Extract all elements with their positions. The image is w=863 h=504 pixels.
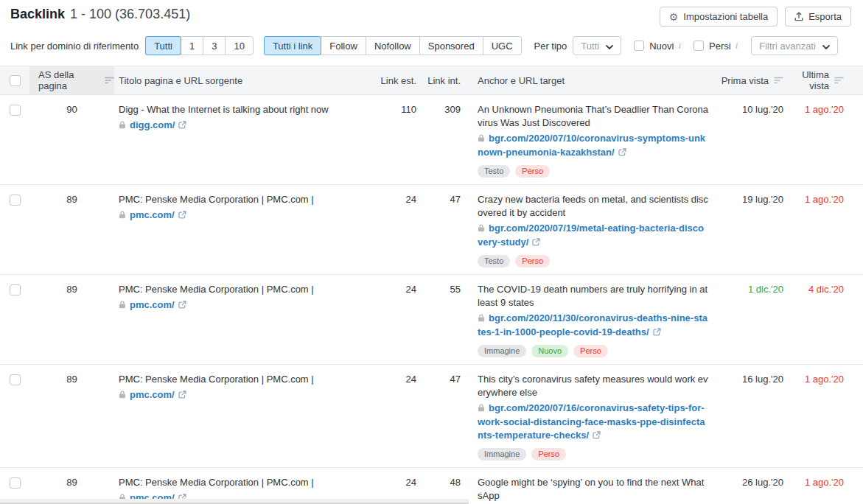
- badge-nuovo: Nuovo: [531, 345, 568, 357]
- domain-filter-10[interactable]: 10: [225, 36, 253, 55]
- link-type-filter-tutti-i-link[interactable]: Tutti i link: [264, 36, 321, 55]
- info-icon-new[interactable]: i: [678, 40, 681, 52]
- source-url-link[interactable]: digg.com/: [130, 119, 175, 130]
- domain-filter-1[interactable]: 1: [181, 36, 203, 55]
- col-header-last-seen: Ultima vista: [785, 69, 829, 91]
- source-url-line: pmc.com/: [119, 209, 368, 223]
- external-link-icon[interactable]: [178, 210, 186, 221]
- lock-icon: [119, 300, 126, 311]
- lock-icon: [478, 313, 485, 324]
- link-type-filter-sponsored[interactable]: Sponsored: [419, 36, 483, 55]
- first-seen-date: 26 lug.'20: [719, 476, 785, 489]
- table-body: 90 Digg - What the Internet is talking a…: [0, 95, 863, 504]
- badge-list: ImmaginePerso: [478, 448, 708, 461]
- anchor-text: Google might be ‘spying’ on you to find …: [478, 476, 708, 503]
- row-checkbox[interactable]: [10, 374, 21, 385]
- external-link-icon[interactable]: [653, 327, 661, 338]
- target-url-line: bgr.com/2020/07/19/metal-eating-bacteria…: [478, 222, 708, 250]
- badge-testo: Testo: [478, 255, 510, 267]
- title-wrap: Backlink 1 - 100 (36.703.451): [10, 7, 190, 22]
- page-title: Backlink: [10, 7, 65, 22]
- internal-links-count: 55: [424, 283, 468, 296]
- last-seen-date: 1 ago.'20: [785, 103, 851, 116]
- anchor-text: The COVID-19 death numbers are truly hor…: [478, 283, 708, 309]
- external-link-icon[interactable]: [532, 237, 540, 248]
- external-link-icon[interactable]: [618, 147, 626, 158]
- target-url-link[interactable]: bgr.com/2020/07/16/coronavirus-safety-ti…: [478, 402, 705, 441]
- internal-links-count: 47: [424, 373, 468, 386]
- domain-filter-3[interactable]: 3: [203, 36, 226, 55]
- badge-immagine: Immagine: [478, 448, 526, 461]
- target-url-link[interactable]: bgr.com/2020/11/30/coronavirus-deaths-ni…: [478, 312, 707, 337]
- badge-perso: Perso: [531, 448, 566, 461]
- select-all-checkbox[interactable]: [10, 75, 21, 86]
- anchor-text: This city’s coronavirus safety measures …: [478, 373, 708, 399]
- col-header-anchor-target: Anchor e URL target: [478, 75, 565, 86]
- row-checkbox[interactable]: [10, 284, 21, 295]
- col-header-first-seen: Prima vista: [722, 75, 769, 86]
- external-links-count: 24: [380, 373, 424, 386]
- row-checkbox[interactable]: [10, 477, 21, 489]
- lost-links-label: Persi: [709, 41, 731, 52]
- link-type-filter-ugc[interactable]: UGC: [483, 36, 522, 55]
- checkbox-icon: [634, 41, 644, 51]
- target-url-link[interactable]: bgr.com/2020/07/19/metal-eating-bacteria…: [478, 223, 704, 248]
- link-type-filter-nofollow[interactable]: Nofollow: [366, 36, 420, 55]
- badge-list: TestoPerso: [478, 165, 708, 178]
- lock-icon: [119, 390, 126, 401]
- badge-perso: Perso: [573, 345, 608, 357]
- last-seen-date: 1 ago.'20: [785, 476, 851, 489]
- col-header-source-title: Titolo pagina e URL sorgente: [119, 75, 242, 86]
- sort-icon[interactable]: [834, 77, 844, 84]
- source-url-link[interactable]: pmc.com/: [130, 209, 175, 220]
- lock-icon: [478, 133, 485, 144]
- last-seen-date: 1 ago.'20: [785, 193, 851, 206]
- export-button[interactable]: Esporta: [785, 7, 851, 27]
- target-url-link[interactable]: bgr.com/2020/07/10/coronavirus-symptoms-…: [478, 133, 705, 158]
- domain-filter-label: Link per dominio di riferimento: [10, 41, 139, 52]
- lock-icon: [478, 403, 485, 414]
- external-links-count: 24: [380, 193, 424, 206]
- target-url-line: bgr.com/2020/07/16/coronavirus-safety-ti…: [478, 402, 708, 443]
- col-header-external-links: Link est.: [381, 75, 416, 86]
- advanced-filters-label: Filtri avanzati: [759, 41, 816, 52]
- gear-icon: ⚙: [669, 12, 679, 22]
- domain-filter-tutti[interactable]: Tutti: [145, 36, 181, 55]
- per-type-label: Per tipo: [534, 41, 567, 52]
- first-seen-date: 16 lug.'20: [719, 373, 785, 386]
- page-as-score: 89: [29, 193, 114, 206]
- advanced-filters-dropdown[interactable]: Filtri avanzati: [751, 36, 838, 55]
- lock-icon: [119, 210, 126, 221]
- table-settings-button[interactable]: ⚙ Impostazioni tabella: [660, 7, 778, 27]
- source-page-title: PMC: Penske Media Corporation | PMC.com …: [119, 193, 368, 206]
- external-link-icon[interactable]: [178, 390, 186, 401]
- page-as-score: 89: [29, 373, 114, 386]
- link-type-filter-follow[interactable]: Follow: [321, 36, 366, 55]
- export-icon: [794, 12, 803, 21]
- badge-perso: Perso: [515, 255, 550, 267]
- external-link-icon[interactable]: [178, 120, 186, 131]
- per-type-value: Tutti: [581, 41, 599, 52]
- source-page-title: Digg - What the Internet is talking abou…: [119, 103, 368, 116]
- per-type-dropdown[interactable]: Tutti: [573, 36, 621, 55]
- horizontal-scrollbar[interactable]: [0, 499, 469, 504]
- table-row: 90 Digg - What the Internet is talking a…: [0, 95, 863, 185]
- new-links-checkbox[interactable]: Nuovi: [634, 41, 674, 52]
- sort-icon[interactable]: [105, 77, 114, 84]
- last-seen-date: 4 dic.'20: [785, 283, 851, 296]
- external-link-icon[interactable]: [178, 300, 186, 311]
- domain-filter-group: Tutti1310: [145, 36, 254, 55]
- first-seen-date: 19 lug.'20: [719, 193, 785, 206]
- row-checkbox[interactable]: [10, 195, 21, 206]
- row-checkbox[interactable]: [10, 105, 21, 116]
- source-page-title: PMC: Penske Media Corporation | PMC.com …: [119, 373, 368, 386]
- info-icon-lost[interactable]: i: [736, 40, 738, 52]
- badge-immagine: Immagine: [478, 345, 526, 357]
- external-link-icon[interactable]: [593, 430, 601, 441]
- source-url-link[interactable]: pmc.com/: [130, 389, 175, 400]
- lost-links-checkbox[interactable]: Persi: [693, 41, 731, 52]
- source-url-link[interactable]: pmc.com/: [130, 299, 175, 310]
- sort-icon[interactable]: [774, 77, 783, 84]
- source-url-line: pmc.com/: [119, 388, 368, 402]
- internal-links-count: 48: [424, 476, 468, 489]
